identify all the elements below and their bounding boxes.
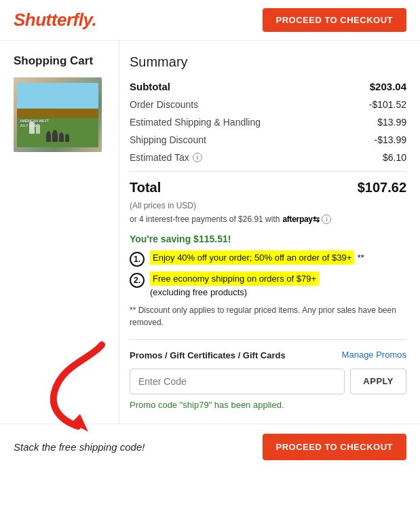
tax-value: $6.10 <box>383 152 406 163</box>
promo-2-content: Free economy shipping on orders of $79+ … <box>150 272 319 297</box>
afterpay-row: or 4 interest-free payments of $26.91 wi… <box>130 214 406 224</box>
promo-1-content: Enjoy 40% off your order; 50% off an ord… <box>150 251 364 265</box>
summary-title: Summary <box>130 54 406 70</box>
promo-item-1: 1. Enjoy 40% off your order; 50% off an … <box>130 251 406 267</box>
subtotal-row: Subtotal $203.04 <box>130 81 406 92</box>
logo: Shutterfly. <box>14 10 96 31</box>
main-layout: Shopping Cart AMERICAN WESTJULY 2019 <box>0 41 420 424</box>
promo-1-text: Enjoy 40% off your order; 50% off an ord… <box>150 250 354 265</box>
total-row: Total $107.62 <box>130 180 406 195</box>
afterpay-text: or 4 interest-free payments of $26.91 wi… <box>130 214 280 224</box>
order-discounts-label: Order Discounts <box>130 99 198 110</box>
shipping-discount-label: Shipping Discount <box>130 134 206 145</box>
usd-note: (All prices in USD) <box>130 201 406 210</box>
shipping-value: $13.99 <box>377 117 406 128</box>
promo-1-suffix: ** <box>358 252 364 263</box>
afterpay-logo: afterpay⇆ <box>282 214 319 224</box>
promo-2-text: Free economy shipping on orders of $79+ <box>150 272 319 286</box>
people-silhouette <box>46 130 69 142</box>
total-label: Total <box>130 180 161 195</box>
promo-number-1: 1. <box>130 252 145 267</box>
order-discounts-value: -$101.52 <box>369 99 406 110</box>
cart-image: AMERICAN WESTJULY 2019 <box>14 77 102 152</box>
divider-1 <box>130 171 406 172</box>
shipping-row: Estimated Shipping & Handling $13.99 <box>130 117 406 128</box>
footer: Stack the free shipping code! PROCEED TO… <box>0 424 420 470</box>
manage-promos-link[interactable]: Manage Promos <box>342 350 406 360</box>
cart-thumbnail: AMERICAN WESTJULY 2019 <box>14 77 102 152</box>
shipping-discount-row: Shipping Discount -$13.99 <box>130 134 406 145</box>
apply-button[interactable]: APPLY <box>350 369 406 394</box>
sidebar: Shopping Cart AMERICAN WESTJULY 2019 <box>0 41 119 166</box>
disclaimer-text: ** Discount only applies to regular pric… <box>130 304 406 329</box>
tax-label: Estimated Tax i <box>130 152 202 163</box>
photo-book-cover: AMERICAN WESTJULY 2019 <box>17 83 98 147</box>
shipping-discount-value: -$13.99 <box>375 134 406 145</box>
tax-row: Estimated Tax i $6.10 <box>130 152 406 163</box>
checkout-button-bottom[interactable]: PROCEED TO CHECKOUT <box>263 434 407 460</box>
saving-text: You're saving $115.51! <box>130 233 406 244</box>
header: Shutterfly. PROCEED TO CHECKOUT <box>0 0 420 41</box>
promo-item-2: 2. Free economy shipping on orders of $7… <box>130 272 406 297</box>
promo-2-suffix: (excluding free products) <box>150 287 319 297</box>
subtotal-label: Subtotal <box>130 81 170 92</box>
promo-section-title: Promos / Gift Certificates / Gift Cards <box>130 350 286 362</box>
promo-code-input[interactable] <box>130 369 345 394</box>
promo-input-row: APPLY <box>130 369 406 394</box>
tax-info-icon[interactable]: i <box>193 153 202 162</box>
promo-number-2: 2. <box>130 273 145 288</box>
shipping-label: Estimated Shipping & Handling <box>130 117 261 128</box>
summary-panel: Summary Subtotal $203.04 Order Discounts… <box>119 41 420 424</box>
subtotal-value: $203.04 <box>370 81 406 92</box>
shopping-cart-title: Shopping Cart <box>14 54 112 68</box>
footer-stack-text: Stack the free shipping code! <box>14 441 145 453</box>
promo-header: Promos / Gift Certificates / Gift Cards … <box>130 350 406 362</box>
checkout-button-top[interactable]: PROCEED TO CHECKOUT <box>263 8 407 32</box>
total-value: $107.62 <box>358 180 406 195</box>
order-discounts-row: Order Discounts -$101.52 <box>130 99 406 110</box>
afterpay-info-icon[interactable]: i <box>322 214 331 224</box>
promo-applied-message: Promo code "ship79" has been applied. <box>130 400 406 410</box>
promo-section: Promos / Gift Certificates / Gift Cards … <box>130 339 406 410</box>
